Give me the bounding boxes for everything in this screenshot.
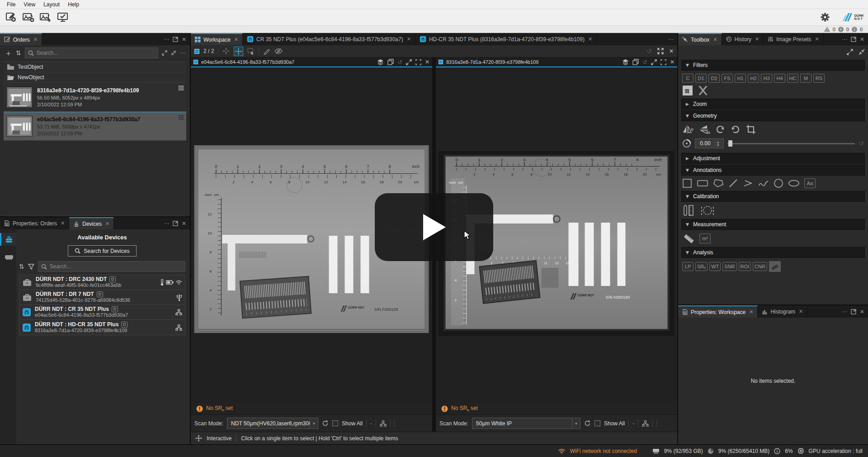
- search-for-devices-button[interactable]: Search for Devices: [68, 245, 136, 257]
- devices-search-input[interactable]: [50, 263, 182, 270]
- viewer-select-icon[interactable]: [193, 60, 198, 64]
- device-row[interactable]: DÜRR NDT : DRC 2430 NDTD 9c4ff8fe-aeaf-4…: [19, 275, 185, 290]
- add-order-icon[interactable]: ＋: [5, 48, 12, 58]
- polyline-annotation-icon[interactable]: [743, 178, 754, 188]
- network-icon[interactable]: [380, 420, 387, 427]
- tab-toolbox[interactable]: Toolbox ✕: [678, 33, 722, 45]
- hide-annotations-icon[interactable]: [274, 48, 283, 54]
- tab-image-presets[interactable]: Image Presets ✕: [764, 33, 824, 45]
- ellipse-annotation-icon[interactable]: [788, 178, 800, 188]
- section-zoom[interactable]: ▶Zoom: [681, 99, 865, 109]
- devices-popout-icon[interactable]: [173, 221, 178, 226]
- network-icon[interactable]: [642, 420, 649, 427]
- maximize-view-icon[interactable]: [406, 59, 412, 65]
- ruler-measure-icon[interactable]: [682, 233, 695, 244]
- filter-chip[interactable]: M: [800, 74, 811, 83]
- rotate-cw-icon[interactable]: [715, 124, 726, 135]
- filter-chip[interactable]: HC: [787, 74, 798, 83]
- orders-search-input[interactable]: [37, 50, 155, 56]
- analysis-chip-cnr[interactable]: CNR: [753, 262, 767, 271]
- analysis-chip-wt[interactable]: WT: [709, 262, 721, 271]
- close-viewer-icon[interactable]: ✕: [670, 59, 675, 65]
- menu-help[interactable]: Help: [64, 1, 83, 8]
- expand-sections-icon[interactable]: [847, 49, 853, 55]
- analysis-chip-lp[interactable]: LP: [682, 262, 693, 271]
- filter-chip[interactable]: RS: [813, 74, 825, 83]
- filter-devices-icon[interactable]: [28, 264, 34, 270]
- close-properties-orders-tab-icon[interactable]: ✕: [61, 220, 65, 226]
- reset-rotation-icon[interactable]: ↺: [859, 140, 864, 147]
- deconvolution-icon[interactable]: [698, 85, 708, 96]
- memory-usage-text[interactable]: 9% (6250/65410 MB): [718, 448, 769, 454]
- show-all-checkbox[interactable]: [594, 420, 600, 426]
- import-image-button[interactable]: [22, 11, 35, 23]
- analysis-chip-roi[interactable]: ROI: [739, 262, 751, 271]
- rotate-angle-icon[interactable]: [682, 139, 691, 148]
- fullscreen-icon[interactable]: [657, 48, 664, 54]
- layout-select-icon[interactable]: [194, 49, 199, 54]
- grid-icon[interactable]: [179, 115, 184, 120]
- folder-row-newobject[interactable]: NewObject: [4, 72, 186, 83]
- orders-popout-icon[interactable]: [173, 37, 178, 42]
- circle-annotation-icon[interactable]: [774, 178, 783, 188]
- export-image-button[interactable]: [39, 11, 52, 23]
- refresh-icon[interactable]: [322, 420, 329, 427]
- text-annotation-tool[interactable]: Aa: [804, 178, 816, 188]
- properties-close-panel-icon[interactable]: ✕: [860, 309, 864, 315]
- device-row[interactable]: DÜRR NDT : CR 35 NDT PlusD e04ac5e6-6c84…: [19, 305, 185, 320]
- tab-cr35[interactable]: CR 35 NDT Plus (e04ac5e6-6c84-4196-8a33-…: [243, 33, 415, 45]
- new-order-button[interactable]: [5, 11, 18, 23]
- close-history-tab-icon[interactable]: ✕: [755, 36, 759, 42]
- crosshair-tool-icon[interactable]: [222, 48, 230, 55]
- section-measurement[interactable]: ▼Measurement: [681, 219, 865, 230]
- device-row[interactable]: DÜRR NDT : DR 7 NDTD 74125d45-528a-401c-…: [19, 290, 185, 305]
- section-analysis[interactable]: ▼Analysis: [681, 247, 865, 258]
- properties-popout-icon[interactable]: [851, 309, 856, 314]
- collapse-all-icon[interactable]: [171, 50, 176, 56]
- marquee-select-icon[interactable]: [247, 48, 255, 55]
- collapse-sections-icon[interactable]: [859, 49, 865, 55]
- fit-view-icon[interactable]: [660, 59, 666, 65]
- close-toolbox-tab-icon[interactable]: ✕: [713, 37, 717, 43]
- gpu-acceleration-text[interactable]: GPU acceleration : full: [809, 448, 863, 454]
- section-filters[interactable]: ▼Filters: [681, 60, 865, 71]
- filter-chip[interactable]: FS: [722, 74, 733, 83]
- slider-thumb[interactable]: [728, 140, 732, 147]
- disk-usage-text[interactable]: 9% (92/953 GB): [664, 448, 703, 454]
- layers-icon[interactable]: [622, 59, 629, 65]
- tab-hdcr35[interactable]: HD-CR 35 NDT Plus (8316a3e8-7d1a-4720-8f…: [415, 33, 597, 45]
- line-annotation-icon[interactable]: [728, 178, 738, 188]
- scan-mode-dropdown[interactable]: NDT 50μm(HV620,laser6,rpm3000) ▾: [227, 418, 318, 429]
- devices-menu-icon[interactable]: ⋯: [164, 220, 169, 227]
- close-orders-tab-icon[interactable]: ✕: [33, 37, 38, 43]
- rotation-angle-input[interactable]: [695, 140, 715, 147]
- order-image-row-selected[interactable]: e04ac5e6-6c84-4196-8a33-f577b3d930a7 53.…: [4, 112, 186, 141]
- tab-properties-workspace[interactable]: Properties: Workspace ✕: [678, 305, 758, 318]
- custom-filter-icon[interactable]: [682, 85, 693, 96]
- rotate-view-icon[interactable]: ↺: [642, 59, 647, 66]
- orders-menu-icon[interactable]: ⋯: [164, 36, 169, 43]
- cpu-usage-text[interactable]: 6%: [785, 448, 793, 454]
- close-image-presets-tab-icon[interactable]: ✕: [815, 36, 819, 42]
- properties-menu-icon[interactable]: ⋯: [842, 309, 847, 315]
- close-properties-workspace-tab-icon[interactable]: ✕: [749, 309, 753, 315]
- filter-chip[interactable]: H1: [735, 74, 746, 83]
- close-viewer-icon[interactable]: ✕: [425, 59, 429, 65]
- menu-file[interactable]: File: [3, 1, 19, 8]
- acquire-monitor-button[interactable]: [56, 11, 70, 23]
- analysis-chip-srb[interactable]: SRb: [695, 262, 708, 271]
- settings-gear-icon[interactable]: [818, 11, 832, 23]
- copy-view-icon[interactable]: [387, 59, 394, 65]
- tab-workspace[interactable]: Workspace ✕: [191, 33, 243, 45]
- square-annotation-icon[interactable]: [682, 178, 692, 188]
- fit-view-icon[interactable]: [415, 59, 421, 65]
- crop-icon[interactable]: [745, 124, 756, 135]
- workspace-tabs-more-icon[interactable]: ⋯: [668, 36, 674, 43]
- close-hdcr35-tab-icon[interactable]: ✕: [588, 36, 592, 42]
- menu-view[interactable]: View: [19, 1, 39, 8]
- orders-close-panel-icon[interactable]: ✕: [182, 36, 186, 43]
- pan-tool-icon[interactable]: [234, 47, 243, 56]
- scan-mode-dropdown[interactable]: 50μm White IP ▾: [472, 418, 580, 429]
- analysis-chip-snr[interactable]: SNR: [722, 262, 736, 271]
- rail-scanner-devices-icon[interactable]: [0, 233, 16, 246]
